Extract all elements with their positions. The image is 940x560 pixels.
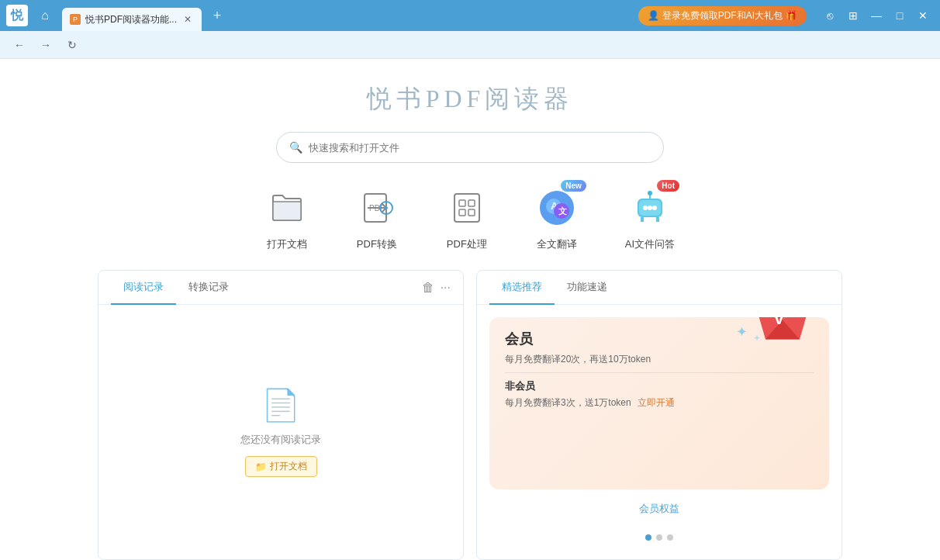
main-content: 悦书PDF阅读器 🔍 打开文档 PDF <box>0 59 940 560</box>
svg-rect-7 <box>468 209 475 216</box>
tab-pdf-icon: P <box>70 14 81 25</box>
sparkle-icon: ✦ <box>736 323 748 340</box>
browser-tab[interactable]: P 悦书PDF阅读器功能... ✕ <box>62 8 202 31</box>
back-button[interactable]: ← <box>9 35 29 55</box>
app-title: 悦书PDF阅读器 <box>367 82 574 116</box>
process-icon <box>448 189 486 226</box>
svg-rect-19 <box>656 217 659 222</box>
dot-1[interactable] <box>645 534 651 541</box>
more-history-button[interactable]: ··· <box>441 281 451 295</box>
empty-history: 📄 您还没有阅读记录 📁 打开文档 <box>98 305 463 559</box>
empty-doc-icon: 📄 <box>261 387 300 423</box>
pdf-process-icon-box <box>445 186 489 230</box>
svg-point-17 <box>652 206 657 210</box>
pdf-convert-icon-box: PDF <box>355 186 399 230</box>
panel-actions: 🗑 ··· <box>422 281 451 295</box>
open-doc-icon-box <box>265 186 309 230</box>
promo-nonmember-desc: 每月免费翻译3次，送1万token <box>505 396 631 410</box>
promo-divider <box>505 372 814 373</box>
share-button[interactable]: ⎋ <box>819 5 841 26</box>
promo-member-row: 每月免费翻译20次，再送10万token <box>505 353 814 366</box>
app-logo: 悦 <box>6 5 28 26</box>
translate-icon-box: New A 文 <box>535 186 579 230</box>
empty-text: 您还没有阅读记录 <box>240 433 321 447</box>
recommendation-tabs: 精选推荐 功能速递 <box>477 271 842 305</box>
ai-icon <box>630 188 670 228</box>
folder-small-icon: 📁 <box>255 461 267 472</box>
refresh-button[interactable]: ↻ <box>62 35 82 55</box>
svg-point-21 <box>648 191 652 195</box>
quick-func-tab[interactable]: 功能速递 <box>555 271 620 305</box>
delete-history-button[interactable]: 🗑 <box>422 281 434 295</box>
pdf-process-label: PDF处理 <box>447 237 487 251</box>
activate-button[interactable]: 立即开通 <box>638 396 675 410</box>
bottom-panels: 阅读记录 转换记录 🗑 ··· 📄 您还没有阅读记录 📁 打开文档 <box>98 270 842 560</box>
sparkle-small-icon: ✦ <box>753 333 761 344</box>
layout-button[interactable]: ⊞ <box>842 5 864 26</box>
hot-badge: Hot <box>657 180 679 192</box>
close-button[interactable]: ✕ <box>912 5 934 26</box>
minimize-button[interactable]: — <box>866 5 887 26</box>
pdf-convert-label: PDF转换 <box>357 237 397 251</box>
pdf-process-action[interactable]: PDF处理 <box>445 186 489 251</box>
quick-actions: 打开文档 PDF PDF转换 <box>265 186 675 251</box>
dot-3[interactable] <box>667 534 673 541</box>
dot-2[interactable] <box>656 534 662 541</box>
promo-nonmember-label: 非会员 <box>505 379 814 393</box>
new-badge: New <box>561 180 586 192</box>
forward-button[interactable]: → <box>36 35 56 55</box>
open-file-button[interactable]: 📁 打开文档 <box>245 456 317 477</box>
ai-qa-icon-box: Hot <box>628 186 672 230</box>
home-button[interactable]: ⌂ <box>34 5 56 26</box>
pdf-convert-action[interactable]: PDF PDF转换 <box>355 186 399 251</box>
translate-icon: A 文 <box>537 188 577 228</box>
ai-qa-label: AI文件问答 <box>625 237 675 251</box>
search-bar: 🔍 <box>276 132 664 163</box>
svg-rect-5 <box>468 200 475 206</box>
translate-label: 全文翻译 <box>537 237 577 251</box>
search-icon: 🔍 <box>289 141 302 154</box>
svg-point-15 <box>643 206 648 210</box>
promo-card: 会员 每月免费翻译20次，再送10万token 非会员 每月免费翻译3次，送1万… <box>489 317 829 489</box>
promo-dots <box>489 528 829 547</box>
open-doc-action[interactable]: 打开文档 <box>265 186 309 251</box>
convert-icon: PDF <box>358 189 396 226</box>
login-button[interactable]: 👤 登录免费领取PDF和AI大礼包 🎁 <box>638 6 807 26</box>
svg-text:V: V <box>773 317 785 328</box>
svg-rect-4 <box>459 200 465 206</box>
history-tabs: 阅读记录 转换记录 🗑 ··· <box>98 271 463 305</box>
ai-qa-action[interactable]: Hot AI文件问答 <box>625 186 675 251</box>
svg-rect-18 <box>641 217 644 222</box>
maximize-button[interactable]: □ <box>889 5 911 26</box>
read-history-tab[interactable]: 阅读记录 <box>111 271 176 305</box>
left-panel: 阅读记录 转换记录 🗑 ··· 📄 您还没有阅读记录 📁 打开文档 <box>98 270 464 560</box>
promo-member-desc: 每月免费翻译20次，再送10万token <box>505 353 651 366</box>
tab-close-button[interactable]: ✕ <box>181 13 194 26</box>
titlebar: 悦 ⌂ P 悦书PDF阅读器功能... ✕ + 👤 登录免费领取PDF和AI大礼… <box>0 0 940 31</box>
promo-content: 会员 每月免费翻译20次，再送10万token 非会员 每月免费翻译3次，送1万… <box>477 305 842 559</box>
promo-nonmember-row: 每月免费翻译3次，送1万token 立即开通 <box>505 396 814 410</box>
svg-text:文: 文 <box>558 206 567 216</box>
translate-action[interactable]: New A 文 全文翻译 <box>535 186 579 251</box>
diamond-decoration: V <box>752 317 814 354</box>
svg-rect-6 <box>459 209 465 216</box>
svg-point-16 <box>648 206 652 210</box>
svg-rect-3 <box>454 194 479 222</box>
login-text: 登录免费领取PDF和AI大礼包 <box>662 9 783 22</box>
tab-label: 悦书PDF阅读器功能... <box>85 13 177 26</box>
new-tab-button[interactable]: + <box>208 6 226 25</box>
toolbar: ← → ↻ <box>0 31 940 59</box>
member-benefits-button[interactable]: 会员权益 <box>489 499 829 519</box>
gift-icon: 🎁 <box>786 10 797 21</box>
right-panel: 精选推荐 功能速递 会员 每月免费翻译20次，再送10万token 非会员 <box>476 270 842 560</box>
search-input[interactable] <box>309 142 651 154</box>
login-avatar-icon: 👤 <box>648 10 659 21</box>
folder-icon <box>268 189 306 226</box>
window-controls: ⎋ ⊞ — □ ✕ <box>819 5 934 26</box>
featured-tab[interactable]: 精选推荐 <box>489 271 555 305</box>
open-doc-label: 打开文档 <box>267 237 307 251</box>
convert-history-tab[interactable]: 转换记录 <box>176 271 241 305</box>
